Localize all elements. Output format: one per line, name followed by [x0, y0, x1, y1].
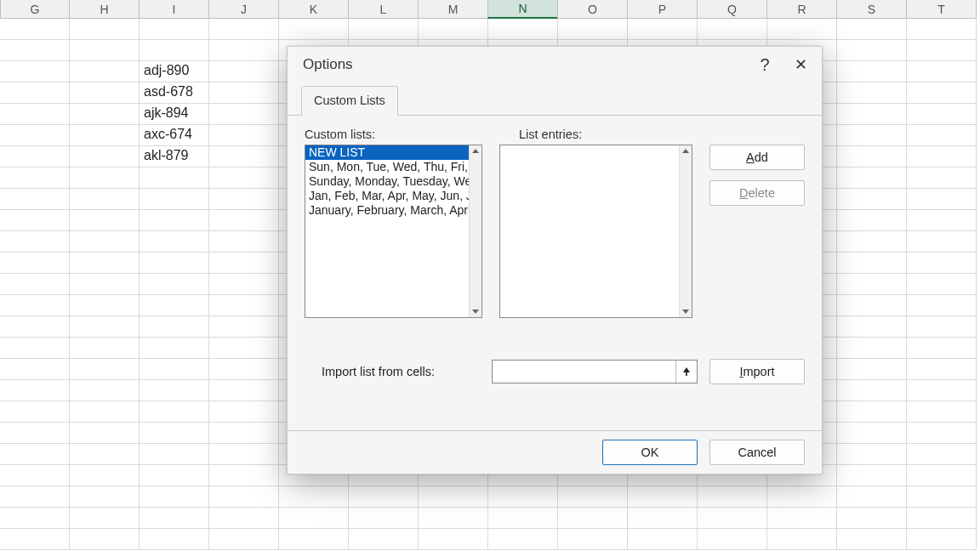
cancel-button[interactable]: Cancel [709, 440, 805, 465]
cell-S16[interactable] [837, 338, 907, 359]
cell-R1[interactable] [767, 19, 837, 40]
column-header-M[interactable]: M [418, 0, 488, 19]
ok-button[interactable]: OK [602, 440, 698, 465]
cell-G22[interactable] [0, 465, 70, 486]
cell-J10[interactable] [209, 210, 279, 231]
cell-T14[interactable] [907, 295, 977, 316]
custom-list-item[interactable]: Sunday, Monday, Tuesday, We [305, 174, 470, 189]
cell-K24[interactable] [279, 508, 349, 529]
custom-list-item[interactable]: Sun, Mon, Tue, Wed, Thu, Fri, [305, 160, 470, 174]
cell-S21[interactable] [837, 444, 907, 465]
cell-S24[interactable] [837, 508, 907, 529]
cell-G15[interactable] [0, 316, 70, 338]
cell-H13[interactable] [70, 274, 140, 295]
cell-I3[interactable]: adj-890 [140, 61, 209, 82]
import-button[interactable]: Import [709, 359, 805, 384]
cell-S7[interactable] [837, 146, 907, 168]
custom-lists-listbox[interactable]: NEW LISTSun, Mon, Tue, Wed, Thu, Fri,Sun… [305, 145, 482, 318]
cell-I16[interactable] [140, 338, 209, 359]
column-header-H[interactable]: H [69, 0, 140, 19]
cell-G23[interactable] [0, 486, 70, 508]
column-header-S[interactable]: S [836, 0, 907, 19]
cell-J18[interactable] [209, 380, 279, 401]
cell-N24[interactable] [488, 508, 558, 529]
column-header-R[interactable]: R [766, 0, 837, 19]
cell-M1[interactable] [419, 19, 488, 40]
scrollbar[interactable] [469, 145, 481, 317]
cell-G18[interactable] [0, 380, 70, 401]
cell-G19[interactable] [0, 401, 70, 423]
column-header-K[interactable]: K [278, 0, 349, 19]
cell-H11[interactable] [70, 231, 140, 253]
cell-T18[interactable] [907, 380, 977, 401]
column-header-I[interactable]: I [139, 0, 209, 19]
dialog-titlebar[interactable]: Options ? ✕ [288, 47, 822, 82]
cell-J12[interactable] [209, 253, 279, 274]
cell-S1[interactable] [837, 19, 907, 40]
custom-list-item[interactable]: January, February, March, Apri [305, 203, 470, 218]
cell-I10[interactable] [140, 210, 209, 231]
cell-H15[interactable] [70, 316, 140, 338]
cell-I9[interactable] [140, 189, 209, 210]
cell-I18[interactable] [140, 380, 209, 401]
cell-T7[interactable] [907, 146, 977, 168]
cell-J14[interactable] [209, 295, 279, 316]
cell-G9[interactable] [0, 189, 70, 210]
cell-T23[interactable] [907, 486, 977, 508]
cell-I11[interactable] [140, 231, 209, 253]
cell-J19[interactable] [209, 401, 279, 423]
cell-O24[interactable] [558, 508, 628, 529]
cell-S19[interactable] [837, 401, 907, 423]
cell-S22[interactable] [837, 465, 907, 486]
cell-T20[interactable] [907, 423, 977, 444]
close-button[interactable]: ✕ [783, 49, 818, 80]
cell-G20[interactable] [0, 423, 70, 444]
cell-K25[interactable] [279, 529, 349, 550]
column-header-Q[interactable]: Q [697, 0, 767, 19]
cell-G12[interactable] [0, 253, 70, 274]
column-header-G[interactable]: G [0, 0, 70, 19]
column-header-P[interactable]: P [627, 0, 698, 19]
cell-S5[interactable] [837, 104, 907, 125]
cell-J21[interactable] [209, 444, 279, 465]
cell-T16[interactable] [907, 338, 977, 359]
cell-H12[interactable] [70, 253, 140, 274]
cell-J1[interactable] [209, 19, 279, 40]
cell-T25[interactable] [907, 529, 977, 550]
cell-O23[interactable] [558, 486, 628, 508]
cell-T1[interactable] [907, 19, 977, 40]
cell-G11[interactable] [0, 231, 70, 253]
cell-H16[interactable] [70, 338, 140, 359]
cell-G8[interactable] [0, 168, 70, 189]
cell-H25[interactable] [70, 529, 140, 550]
cell-S2[interactable] [837, 40, 907, 61]
cell-T10[interactable] [907, 210, 977, 231]
cell-G14[interactable] [0, 295, 70, 316]
cell-S4[interactable] [837, 82, 907, 104]
cell-I17[interactable] [140, 359, 209, 380]
custom-list-item[interactable]: NEW LIST [305, 145, 470, 160]
cell-J25[interactable] [209, 529, 279, 550]
cell-I4[interactable]: asd-678 [140, 82, 209, 104]
cell-G16[interactable] [0, 338, 70, 359]
cell-J6[interactable] [209, 125, 279, 146]
cell-S14[interactable] [837, 295, 907, 316]
cell-H20[interactable] [70, 423, 140, 444]
cell-S12[interactable] [837, 253, 907, 274]
cell-G2[interactable] [0, 40, 70, 61]
cell-H1[interactable] [70, 19, 140, 40]
cell-G1[interactable] [0, 19, 70, 40]
cell-T3[interactable] [907, 61, 977, 82]
cell-G4[interactable] [0, 82, 70, 104]
cell-I20[interactable] [140, 423, 209, 444]
cell-J7[interactable] [209, 146, 279, 168]
range-picker-icon[interactable] [675, 361, 697, 383]
import-range-field[interactable] [493, 361, 675, 383]
cell-H14[interactable] [70, 295, 140, 316]
cell-H4[interactable] [70, 82, 140, 104]
cell-J17[interactable] [209, 359, 279, 380]
cell-I1[interactable] [140, 19, 209, 40]
column-header-L[interactable]: L [348, 0, 419, 19]
cell-G10[interactable] [0, 210, 70, 231]
cell-Q1[interactable] [698, 19, 767, 40]
